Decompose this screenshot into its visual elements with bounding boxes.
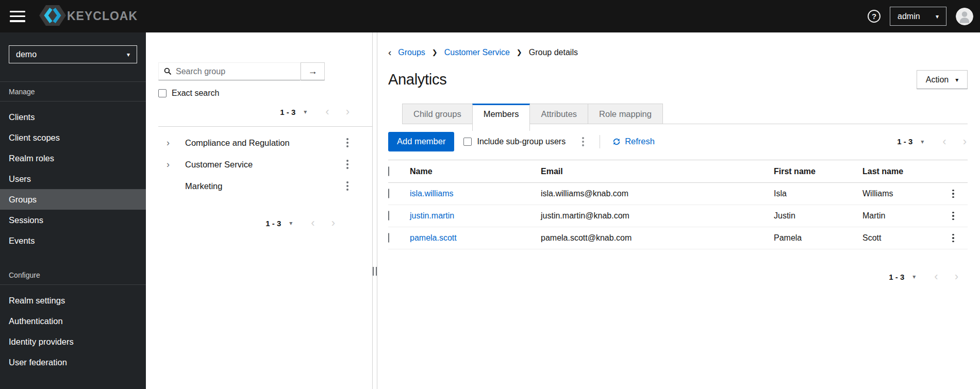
pagination-range: 1 - 3 (280, 108, 295, 116)
previous-page-icon[interactable]: ‹ (325, 106, 329, 117)
group-row-marketing[interactable]: Marketing (146, 175, 372, 197)
keycloak-logo-icon (39, 4, 66, 29)
arrow-right-icon: → (308, 66, 318, 77)
search-submit-button[interactable]: → (301, 62, 325, 80)
kebab-menu-icon[interactable] (343, 179, 352, 193)
search-group-input[interactable] (176, 67, 295, 76)
next-page-icon[interactable]: › (346, 106, 350, 117)
table-row: isla.williams isla.williams@knab.com Isl… (388, 183, 968, 205)
nav-section-manage: Manage (0, 82, 146, 102)
breadcrumb-customer-service-link[interactable]: Customer Service (444, 48, 510, 57)
tab-members[interactable]: Members (472, 104, 530, 131)
column-header-email: Email (541, 160, 774, 183)
members-toolbar: Add member Include sub-group users Refre… (388, 131, 968, 152)
sidebar-nav: demo ▾ Manage Clients Client scopes Real… (0, 32, 146, 389)
tab-child-groups[interactable]: Child groups (402, 104, 473, 124)
breadcrumb-back-icon[interactable]: ‹ (388, 47, 391, 57)
panel-splitter[interactable] (373, 32, 377, 389)
previous-page-icon[interactable]: ‹ (934, 271, 938, 282)
keycloak-logo: KEYCLOAK (39, 4, 138, 29)
sidebar-item-events[interactable]: Events (0, 230, 146, 251)
exact-search-checkbox[interactable] (158, 89, 167, 97)
user-name: admin (898, 12, 920, 21)
tab-role-mapping[interactable]: Role mapping (588, 104, 663, 124)
tree-pagination-bottom: 1 - 3 ▾ ‹ › (146, 215, 372, 231)
main-content: ‹ Groups ❯ Customer Service ❯ Group deta… (377, 32, 980, 389)
group-row-customer-service[interactable]: › Customer Service (146, 154, 372, 175)
sidebar-item-realm-settings[interactable]: Realm settings (0, 290, 146, 311)
pagination-options-toggle-icon[interactable]: ▾ (304, 109, 307, 115)
next-page-icon[interactable]: › (331, 217, 335, 229)
kebab-menu-icon[interactable] (343, 136, 352, 149)
action-dropdown-button[interactable]: Action ▾ (917, 70, 968, 89)
user-link[interactable]: pamela.scott (410, 233, 457, 242)
sidebar-item-realm-roles[interactable]: Realm roles (0, 148, 146, 168)
user-dropdown[interactable]: admin ▾ (890, 7, 946, 26)
search-group-field (158, 62, 301, 80)
row-checkbox[interactable] (388, 189, 389, 198)
sidebar-item-groups[interactable]: Groups (0, 189, 146, 210)
column-header-name: Name (410, 160, 541, 183)
sidebar-item-client-scopes[interactable]: Client scopes (0, 127, 146, 148)
pagination-options-toggle-icon[interactable]: ▾ (921, 139, 924, 145)
previous-page-icon[interactable]: ‹ (311, 217, 314, 229)
row-kebab-menu-icon[interactable] (942, 210, 965, 223)
include-subgroup-users-checkbox[interactable] (463, 138, 472, 146)
refresh-icon (612, 138, 621, 146)
sidebar-item-users[interactable]: Users (0, 168, 146, 189)
cell-last-name: Scott (862, 227, 942, 249)
row-kebab-menu-icon[interactable] (942, 188, 965, 200)
pagination-options-toggle-icon[interactable]: ▾ (912, 274, 916, 280)
cell-last-name: Martin (862, 205, 942, 227)
refresh-button[interactable]: Refresh (612, 137, 655, 146)
chevron-down-icon: ▾ (936, 13, 939, 20)
row-kebab-menu-icon[interactable] (942, 232, 965, 245)
breadcrumb-current: Group details (529, 48, 578, 57)
row-checkbox[interactable] (388, 211, 389, 221)
column-header-last-name: Last name (862, 160, 942, 183)
help-icon[interactable]: ? (868, 10, 881, 23)
cell-email: justin.martin@knab.com (541, 205, 774, 227)
pagination-range: 1 - 3 (897, 137, 912, 146)
next-page-icon[interactable]: › (955, 271, 958, 282)
breadcrumb-groups-link[interactable]: Groups (398, 48, 425, 57)
avatar[interactable] (956, 8, 973, 25)
members-table: Name Email First name Last name isla.wil… (388, 160, 968, 249)
add-member-button[interactable]: Add member (388, 132, 454, 151)
previous-page-icon[interactable]: ‹ (942, 136, 946, 147)
kebab-menu-icon[interactable] (579, 135, 587, 148)
expand-chevron-icon[interactable]: › (167, 159, 185, 170)
sidebar-item-user-federation[interactable]: User federation (0, 352, 146, 373)
select-all-checkbox[interactable] (388, 166, 389, 176)
expand-chevron-icon[interactable]: › (167, 138, 185, 148)
brand-text: KEYCLOAK (67, 9, 138, 23)
kebab-menu-icon[interactable] (343, 158, 352, 171)
breadcrumb-separator-icon: ❯ (517, 48, 522, 56)
table-row: pamela.scott pamela.scott@knab.com Pamel… (388, 227, 968, 249)
user-link[interactable]: isla.williams (410, 189, 453, 198)
group-row-compliance-and-regulation[interactable]: › Compliance and Regulation (146, 132, 372, 154)
sidebar-item-authentication[interactable]: Authentication (0, 311, 146, 331)
sidebar-item-clients[interactable]: Clients (0, 107, 146, 127)
exact-search-label: Exact search (172, 89, 219, 98)
sidebar-item-identity-providers[interactable]: Identity providers (0, 331, 146, 352)
group-tree-panel: → Exact search 1 - 3 ▾ ‹ › › Compliance … (146, 32, 373, 389)
masthead: KEYCLOAK ? admin ▾ (0, 0, 980, 32)
realm-selector[interactable]: demo ▾ (9, 45, 137, 63)
splitter-grip-icon[interactable] (373, 267, 377, 276)
cell-first-name: Isla (774, 183, 862, 205)
members-pagination-bottom: 1 - 3 ▾ ‹ › (388, 269, 968, 284)
cell-first-name: Justin (774, 205, 862, 227)
next-page-icon[interactable]: › (963, 136, 967, 147)
cell-email: pamela.scott@knab.com (541, 227, 774, 249)
sidebar-item-sessions[interactable]: Sessions (0, 210, 146, 230)
tab-attributes[interactable]: Attributes (529, 104, 588, 124)
nav-section-configure: Configure (0, 265, 146, 285)
pagination-options-toggle-icon[interactable]: ▾ (289, 220, 292, 226)
table-row: justin.martin justin.martin@knab.com Jus… (388, 205, 968, 227)
user-link[interactable]: justin.martin (410, 211, 454, 220)
row-checkbox[interactable] (388, 233, 389, 243)
column-header-first-name: First name (774, 160, 862, 183)
breadcrumb-separator-icon: ❯ (432, 48, 438, 56)
hamburger-menu-icon[interactable] (10, 11, 25, 22)
